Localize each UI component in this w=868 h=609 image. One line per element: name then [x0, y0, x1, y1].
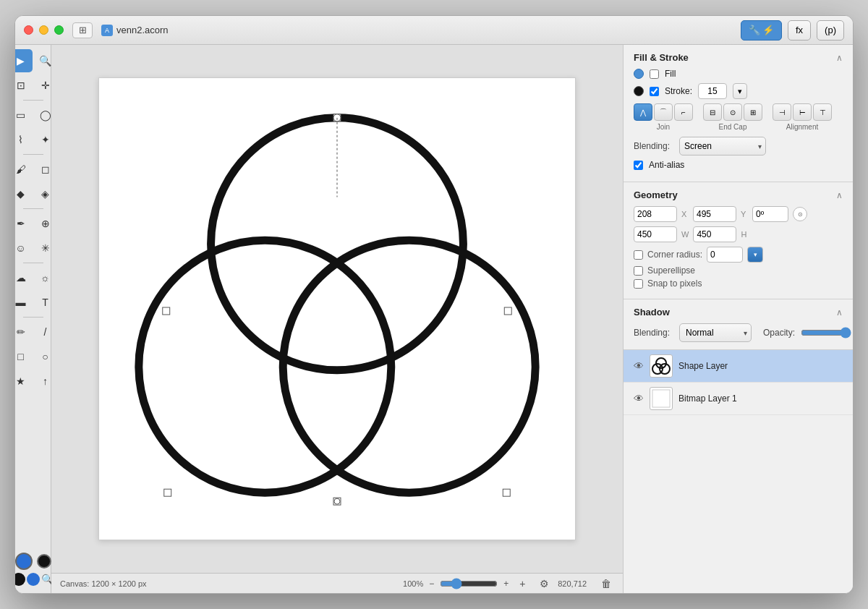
svg-rect-10: [503, 489, 510, 496]
join-miter-button[interactable]: ⋀: [634, 103, 652, 121]
dodge-tool[interactable]: ☺: [15, 237, 33, 260]
blending-select[interactable]: Screen Normal Multiply Overlay: [679, 137, 766, 156]
tool-row-11: ✏ /: [15, 320, 57, 344]
shadow-collapse-icon[interactable]: ∧: [836, 307, 843, 318]
zoom-slider[interactable]: [440, 578, 498, 589]
stroke-color-well[interactable]: [37, 554, 51, 568]
eye-icon-bitmap[interactable]: 👁: [634, 393, 644, 404]
canvas-frame[interactable]: [98, 77, 576, 540]
superellipse-checkbox[interactable]: [634, 266, 643, 276]
tool-row-3: ▭ ◯: [15, 103, 57, 127]
corner-radius-dropdown-button[interactable]: ▾: [747, 247, 763, 263]
black-swatch[interactable]: [15, 573, 25, 586]
fill-stroke-collapse-icon[interactable]: ∧: [836, 53, 843, 63]
y-input[interactable]: [693, 206, 736, 222]
close-button[interactable]: [24, 25, 33, 35]
settings-button[interactable]: ⚙: [536, 576, 552, 592]
rect-shape-tool[interactable]: ▬: [15, 291, 33, 314]
tool-row-12: □ ○: [15, 345, 57, 368]
star-tool[interactable]: ★: [15, 370, 33, 393]
align-inside-button[interactable]: ⊣: [773, 103, 791, 121]
alignment-label: Alignment: [786, 123, 818, 131]
canvas-svg[interactable]: [99, 78, 575, 540]
svg-point-12: [656, 358, 666, 368]
eye-icon-shape[interactable]: 👁: [634, 360, 644, 372]
cap-square-button[interactable]: ⊞: [744, 103, 762, 121]
minimize-button[interactable]: [39, 25, 48, 35]
stroke-color-dot[interactable]: [634, 86, 644, 96]
rect-select-tool[interactable]: ▭: [15, 103, 33, 127]
main-area: ▶ 🔍 ⊡ ✛ ▭ ◯ ⌇ ✦ 🖌 ◻ ◆ ◈: [15, 45, 853, 593]
height-unit-label: H: [741, 230, 748, 239]
tool-row-1: ▶ 🔍: [15, 49, 57, 72]
coordinates-display: 820,712: [558, 579, 587, 588]
shadow-opacity-slider[interactable]: [801, 327, 851, 338]
geometry-section: Geometry ∧ X Y ⊙ W H: [624, 182, 853, 299]
separator-4: [23, 263, 43, 263]
status-bar: Canvas: 1200 × 1200 px 100% − + + ⚙ 820,…: [51, 573, 623, 593]
tools-button[interactable]: 🔧 ⚡: [741, 20, 782, 41]
tool-row-7: ✒ ⊕: [15, 212, 57, 235]
tool-row-8: ☺ ✳: [15, 237, 57, 260]
align-outside-button[interactable]: ⊤: [813, 103, 832, 121]
corner-radius-input[interactable]: [707, 247, 743, 263]
cloud-shape-tool[interactable]: ☁: [15, 266, 33, 289]
tool-row-5: 🖌 ◻: [15, 158, 57, 181]
stroke-row: Stroke: ▾: [634, 83, 843, 99]
fill-color-well[interactable]: [15, 553, 33, 570]
shadow-header: Shadow ∧: [634, 307, 843, 318]
fx-button[interactable]: fx: [788, 20, 811, 41]
titlebar: ⊞ A venn2.acorn 🔧 ⚡ fx (p): [15, 16, 853, 45]
brush-tool[interactable]: 🖌: [15, 158, 33, 181]
blue-swatch[interactable]: [27, 573, 40, 586]
width-input[interactable]: [634, 226, 677, 242]
add-layer-button[interactable]: +: [514, 576, 530, 592]
plus-icon: +: [503, 579, 509, 589]
layer-item-bitmap[interactable]: 👁 Bitmap Layer 1: [624, 383, 853, 415]
shadow-blending-select[interactable]: Normal Screen Multiply: [679, 323, 752, 342]
selection-tool[interactable]: ▶: [15, 49, 33, 72]
svg-rect-4: [163, 307, 170, 315]
anti-alias-label: Anti-alias: [649, 160, 684, 170]
anti-alias-checkbox[interactable]: [634, 161, 643, 170]
p-button[interactable]: (p): [817, 20, 844, 41]
join-round-button[interactable]: ⌒: [654, 103, 673, 121]
rotation-indicator[interactable]: ⊙: [793, 207, 807, 221]
maximize-button[interactable]: [54, 25, 64, 35]
rect-tool-2[interactable]: □: [15, 345, 33, 368]
delete-button[interactable]: 🗑: [598, 576, 614, 592]
svg-point-14: [660, 364, 670, 374]
tool-row-9: ☁ ☼: [15, 266, 57, 289]
canvas-content[interactable]: [51, 45, 623, 573]
x-input[interactable]: [634, 206, 677, 222]
join-bevel-button[interactable]: ⌐: [674, 103, 693, 121]
layer-item-shape[interactable]: 👁 Shape Layer: [624, 350, 853, 383]
snap-pixels-checkbox[interactable]: [634, 279, 643, 289]
corner-radius-label: Corner radius:: [647, 250, 702, 260]
pen-tool[interactable]: ✒: [15, 212, 33, 235]
fill-stroke-title: Fill & Stroke: [634, 52, 689, 63]
fill-tool[interactable]: ◆: [15, 182, 33, 205]
angle-input[interactable]: [752, 206, 788, 222]
corner-radius-checkbox[interactable]: [634, 250, 643, 260]
crop-tool[interactable]: ⊡: [15, 74, 33, 97]
lasso-tool[interactable]: ⌇: [15, 128, 33, 151]
align-center-button[interactable]: ⊢: [793, 103, 812, 121]
geometry-xy-row: X Y ⊙: [634, 206, 843, 222]
vector-pen-tool[interactable]: ✏: [15, 320, 33, 344]
tool-row-2: ⊡ ✛: [15, 74, 57, 97]
corner-radius-control: ▾: [707, 247, 763, 263]
stroke-checkbox[interactable]: [650, 87, 659, 96]
tool-row-4: ⌇ ✦: [15, 128, 57, 151]
height-input[interactable]: [693, 226, 736, 242]
stroke-width-input[interactable]: [698, 83, 727, 99]
geometry-collapse-icon[interactable]: ∧: [836, 190, 843, 200]
cap-round-button[interactable]: ⊙: [723, 103, 742, 121]
separator-5: [23, 317, 43, 318]
stroke-type-dropdown[interactable]: ▾: [733, 83, 747, 99]
svg-rect-9: [164, 489, 171, 496]
sidebar-toggle-button[interactable]: ⊞: [72, 22, 93, 38]
fill-color-dot[interactable]: [634, 69, 644, 79]
fill-checkbox[interactable]: [650, 69, 659, 79]
cap-butt-button[interactable]: ⊟: [703, 103, 722, 121]
